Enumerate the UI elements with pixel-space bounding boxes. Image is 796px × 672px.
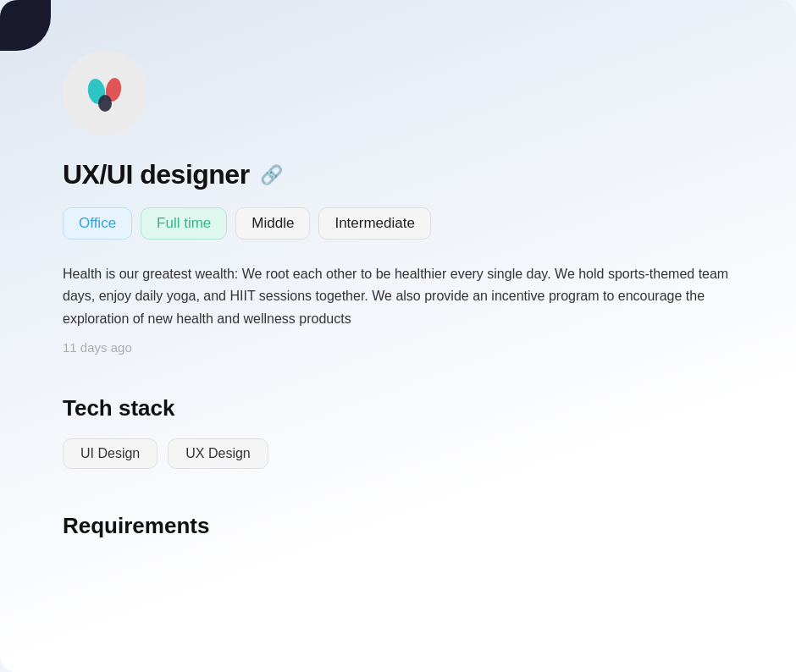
job-description: Health is our greatest wealth: We root e… bbox=[63, 263, 733, 330]
corner-decoration bbox=[0, 0, 51, 51]
tag-office[interactable]: Office bbox=[63, 207, 132, 240]
link-icon[interactable]: 🔗 bbox=[260, 164, 283, 186]
tech-tags-row: UI Design UX Design bbox=[63, 438, 733, 469]
logo-svg bbox=[80, 68, 130, 118]
tech-tag-ux-design[interactable]: UX Design bbox=[168, 438, 268, 469]
requirements-title: Requirements bbox=[63, 513, 733, 539]
page-container: UX/UI designer 🔗 Office Full time Middle… bbox=[0, 0, 796, 672]
tag-middle[interactable]: Middle bbox=[235, 207, 310, 240]
tech-stack-title: Tech stack bbox=[63, 395, 733, 421]
job-title: UX/UI designer bbox=[63, 159, 250, 190]
tags-row: Office Full time Middle Intermediate bbox=[63, 207, 733, 240]
tag-intermediate[interactable]: Intermediate bbox=[318, 207, 431, 240]
tag-fulltime[interactable]: Full time bbox=[141, 207, 227, 240]
timestamp: 11 days ago bbox=[63, 340, 733, 355]
svg-point-2 bbox=[98, 95, 112, 112]
tech-tag-ui-design[interactable]: UI Design bbox=[63, 438, 158, 469]
job-title-row: UX/UI designer 🔗 bbox=[63, 159, 733, 190]
company-logo bbox=[63, 51, 147, 135]
